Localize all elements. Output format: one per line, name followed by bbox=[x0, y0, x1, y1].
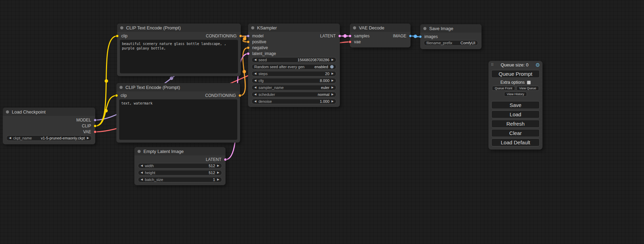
input-slot-vae[interactable]: vae bbox=[350, 39, 411, 45]
node-title-bar[interactable]: Save Image bbox=[420, 24, 482, 33]
widget-filename-prefix[interactable]: filename_prefix ComfyUI bbox=[424, 40, 478, 46]
output-slot-vae[interactable]: VAE bbox=[3, 129, 95, 135]
collapse-toggle-icon[interactable] bbox=[6, 110, 9, 114]
arrow-left-icon[interactable]: ◀ bbox=[254, 100, 256, 103]
node-empty-latent-image[interactable]: Empty Latent Image LATENT ◀ width 512 ▶ … bbox=[134, 147, 226, 185]
input-dot-clip[interactable] bbox=[116, 34, 119, 37]
toggle-indicator-icon[interactable] bbox=[330, 65, 334, 69]
widget-denoise[interactable]: ◀ denoise 1.000 ▶ bbox=[252, 99, 336, 104]
arrow-left-icon[interactable]: ◀ bbox=[141, 171, 143, 174]
node-title-bar[interactable]: VAE Decode bbox=[350, 24, 411, 32]
arrow-right-icon[interactable]: ▶ bbox=[332, 100, 334, 103]
extra-options-checkbox[interactable] bbox=[527, 81, 531, 84]
widget-batch-size[interactable]: ◀ batch_size 1 ▶ bbox=[138, 177, 222, 182]
prompt-textarea[interactable]: text, watermark bbox=[119, 99, 237, 140]
widget-height[interactable]: ◀ height 512 ▶ bbox=[138, 170, 222, 175]
output-dot-conditioning[interactable] bbox=[238, 94, 241, 97]
node-ksampler[interactable]: KSampler model LATENT positive negative … bbox=[248, 24, 340, 107]
widget-sampler-name[interactable]: ◀ sampler_name euler ▶ bbox=[252, 85, 336, 90]
output-dot-conditioning[interactable] bbox=[239, 34, 242, 37]
collapse-toggle-icon[interactable] bbox=[120, 86, 123, 89]
input-dot-clip[interactable] bbox=[115, 94, 118, 97]
slot-row[interactable]: samples IMAGE bbox=[350, 33, 411, 39]
input-dot-samples[interactable] bbox=[349, 34, 352, 37]
node-title-bar[interactable]: KSampler bbox=[248, 24, 340, 32]
arrow-right-icon[interactable]: ▶ bbox=[332, 79, 334, 82]
input-slot-images[interactable]: images bbox=[420, 34, 482, 39]
input-slot-positive[interactable]: positive bbox=[248, 39, 340, 45]
arrow-left-icon[interactable]: ◀ bbox=[141, 178, 143, 181]
input-slot-negative[interactable]: negative bbox=[248, 45, 340, 51]
node-save-image[interactable]: Save Image images filename_prefix ComfyU… bbox=[420, 24, 482, 49]
node-title-bar[interactable]: Load Checkpoint bbox=[3, 108, 95, 116]
node-title-bar[interactable]: Empty Latent Image bbox=[134, 147, 226, 155]
arrow-left-icon[interactable]: ◀ bbox=[254, 79, 256, 82]
arrow-right-icon[interactable]: ▶ bbox=[332, 72, 334, 75]
queue-front-button[interactable]: Queue Front bbox=[492, 86, 515, 91]
input-dot-vae[interactable] bbox=[349, 40, 352, 43]
widget-cfg[interactable]: ◀ cfg 8.000 ▶ bbox=[252, 78, 336, 83]
slot-row[interactable]: clip CONDITIONING bbox=[116, 92, 240, 98]
input-dot-model[interactable] bbox=[247, 34, 250, 37]
slot-label: latent_image bbox=[252, 51, 276, 56]
output-dot-model[interactable] bbox=[94, 118, 97, 121]
drag-handle-icon[interactable]: ⠿ bbox=[491, 63, 494, 67]
collapse-toggle-icon[interactable] bbox=[423, 27, 426, 30]
node-load-checkpoint[interactable]: Load Checkpoint MODEL CLIP VAE ◀ ckpt_na… bbox=[3, 108, 95, 144]
collapse-toggle-icon[interactable] bbox=[353, 26, 356, 29]
widget-scheduler[interactable]: ◀ scheduler normal ▶ bbox=[252, 92, 336, 97]
input-dot-latent-image[interactable] bbox=[247, 52, 250, 55]
output-slot-model[interactable]: MODEL bbox=[3, 117, 95, 123]
arrow-left-icon[interactable]: ◀ bbox=[254, 58, 256, 61]
output-dot-image[interactable] bbox=[409, 34, 412, 37]
save-button[interactable]: Save bbox=[491, 101, 540, 109]
node-graph-canvas[interactable]: Load Checkpoint MODEL CLIP VAE ◀ ckpt_na… bbox=[0, 0, 644, 244]
widget-random-seed-toggle[interactable]: Random seed after every gen enabled bbox=[252, 64, 336, 70]
input-dot-images[interactable] bbox=[419, 35, 422, 38]
input-dot-positive[interactable] bbox=[247, 40, 250, 43]
slot-row[interactable]: model LATENT bbox=[248, 33, 340, 39]
view-history-button[interactable]: View History bbox=[504, 92, 527, 97]
output-dot-latent[interactable] bbox=[224, 158, 227, 161]
arrow-left-icon[interactable]: ◀ bbox=[254, 86, 256, 89]
arrow-right-icon[interactable]: ▶ bbox=[217, 171, 219, 174]
arrow-right-icon[interactable]: ▶ bbox=[87, 137, 89, 139]
queue-prompt-button[interactable]: Queue Prompt bbox=[491, 70, 540, 78]
collapse-toggle-icon[interactable] bbox=[120, 26, 123, 29]
arrow-right-icon[interactable]: ▶ bbox=[217, 164, 219, 167]
arrow-right-icon[interactable]: ▶ bbox=[332, 86, 334, 89]
arrow-left-icon[interactable]: ◀ bbox=[141, 164, 143, 167]
node-title-bar[interactable]: CLIP Text Encode (Prompt) bbox=[116, 83, 240, 91]
output-slot-latent[interactable]: LATENT bbox=[134, 156, 226, 162]
arrow-left-icon[interactable]: ◀ bbox=[254, 72, 256, 75]
arrow-left-icon[interactable]: ◀ bbox=[9, 137, 11, 139]
collapse-toggle-icon[interactable] bbox=[138, 150, 141, 153]
node-vae-decode[interactable]: VAE Decode samples IMAGE vae bbox=[350, 24, 411, 47]
arrow-right-icon[interactable]: ▶ bbox=[217, 178, 219, 181]
output-dot-clip[interactable] bbox=[94, 124, 97, 127]
widget-ckpt-name[interactable]: ◀ ckpt_name v1-5-pruned-emaonly.ckpt ▶ bbox=[6, 135, 92, 141]
widget-seed[interactable]: ◀ seed 156680208700286 ▶ bbox=[252, 57, 336, 63]
clear-button[interactable]: Clear bbox=[491, 129, 540, 137]
output-dot-latent[interactable] bbox=[338, 34, 341, 37]
settings-gear-icon[interactable]: ⚙ bbox=[536, 62, 540, 67]
node-clip-text-encode-positive[interactable]: CLIP Text Encode (Prompt) clip CONDITION… bbox=[117, 24, 241, 76]
view-queue-button[interactable]: View Queue bbox=[517, 86, 539, 91]
arrow-right-icon[interactable]: ▶ bbox=[332, 93, 334, 96]
input-dot-negative[interactable] bbox=[247, 46, 250, 49]
input-slot-latent-image[interactable]: latent_image bbox=[248, 51, 340, 56]
widget-width[interactable]: ◀ width 512 ▶ bbox=[138, 163, 222, 169]
output-dot-vae[interactable] bbox=[94, 130, 97, 133]
widget-steps[interactable]: ◀ steps 20 ▶ bbox=[252, 71, 336, 76]
slot-row[interactable]: clip CONDITIONING bbox=[117, 33, 241, 39]
node-title-bar[interactable]: CLIP Text Encode (Prompt) bbox=[117, 24, 241, 32]
refresh-button[interactable]: Refresh bbox=[491, 120, 540, 128]
load-default-button[interactable]: Load Default bbox=[491, 138, 540, 146]
load-button[interactable]: Load bbox=[491, 110, 540, 118]
arrow-left-icon[interactable]: ◀ bbox=[254, 93, 256, 96]
node-clip-text-encode-negative[interactable]: CLIP Text Encode (Prompt) clip CONDITION… bbox=[116, 83, 240, 143]
collapse-toggle-icon[interactable] bbox=[251, 26, 254, 29]
arrow-right-icon[interactable]: ▶ bbox=[332, 58, 334, 61]
output-slot-clip[interactable]: CLIP bbox=[3, 123, 95, 129]
prompt-textarea[interactable]: beautiful scenery nature glass bottle la… bbox=[120, 40, 238, 73]
